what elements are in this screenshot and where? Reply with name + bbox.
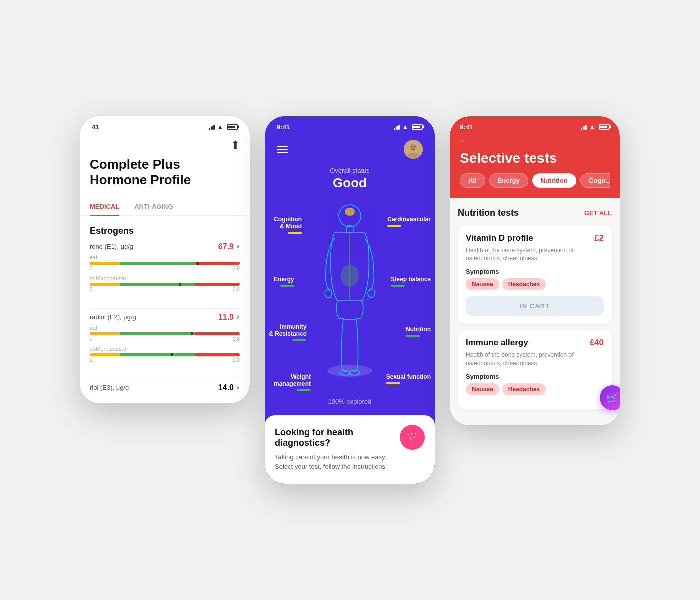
- phone1-tabs: MEDICAL ANTI-AGING: [80, 198, 250, 216]
- estrogens-section: Estrogens: [80, 226, 250, 242]
- range-label-e2-post: st-Menopausal: [90, 346, 240, 352]
- label-immunity[interactable]: Immunity& Resistance: [269, 324, 306, 342]
- chevron-icon: ∨: [236, 244, 240, 250]
- signal-bars-icon-3: [581, 124, 587, 130]
- wifi-icon-3: ▲: [590, 124, 596, 130]
- chevron-icon-e3: ∨: [236, 384, 240, 391]
- label-weight[interactable]: Weightmanagement: [274, 374, 311, 392]
- phone1-status-bar: 41 ▲: [80, 116, 250, 135]
- test-desc-vitamin-d: Health of the bone system, prevention of…: [466, 246, 604, 264]
- symptoms-label-2: Symptoms: [466, 373, 604, 380]
- range-marker-e2: [191, 332, 193, 336]
- divider-2: [90, 379, 240, 380]
- phone2-status-bar: 9:41 ▲: [265, 116, 435, 135]
- symptom-nausea-1[interactable]: Nausea: [466, 278, 500, 290]
- range-marker-post: [179, 283, 181, 286]
- hormone-name-e2: radiol (E2), μg/g: [90, 314, 136, 321]
- label-sexual[interactable]: Sexual function: [386, 374, 431, 384]
- hormone-item-e3: riol (E3), μg/g 14.0 ∨: [80, 384, 250, 404]
- hormone-label-e2: radiol (E2), μg/g 11.9 ∨: [90, 313, 240, 322]
- symptom-nausea-2[interactable]: Nausea: [466, 384, 500, 396]
- phone-1: 41 ▲ ⬆ Complete Plus Hormone Profile MED: [80, 116, 250, 404]
- label-sleep[interactable]: Sleep balance: [391, 276, 431, 287]
- hormone-value-e3[interactable]: 14.0 ∨: [218, 384, 240, 392]
- test-price-vitamin-d: £2: [594, 234, 604, 244]
- range-bar-post: [90, 283, 240, 286]
- signal-bars-icon: [209, 124, 215, 130]
- phone2-time: 9:41: [277, 124, 290, 131]
- test-card-vitamin-d: Vitamin D profile £2 Health of the bone …: [458, 226, 612, 324]
- hormone-value-e2[interactable]: 11.9 ∨: [218, 313, 240, 322]
- label-cognition[interactable]: Cognition& Mood: [274, 216, 302, 234]
- filter-all[interactable]: All: [460, 174, 486, 188]
- battery-icon-2: [412, 124, 423, 130]
- filter-cognition[interactable]: Cogn...: [580, 174, 610, 188]
- range-label-ideal: eal: [90, 254, 240, 260]
- nutrition-section-header: Nutrition tests GET ALL: [458, 208, 612, 218]
- avatar-image: [404, 140, 423, 159]
- dot-energy: [280, 285, 294, 287]
- tab-anti-aging[interactable]: ANTI-AGING: [134, 198, 173, 216]
- chevron-icon-e2: ∨: [236, 314, 240, 320]
- range-marker: [197, 262, 199, 265]
- overall-value: Good: [265, 176, 435, 191]
- range-bar-ideal: [90, 262, 240, 265]
- in-cart-button-1[interactable]: IN CART: [466, 296, 604, 316]
- share-icon[interactable]: ⬆: [231, 139, 240, 152]
- range-bar-e2-post: st-Menopausal 0 2.8: [90, 346, 240, 363]
- range-bar-e2-ideal: eal 0 2.8: [90, 325, 240, 342]
- back-button[interactable]: ←: [460, 135, 610, 146]
- battery-icon: [227, 124, 238, 130]
- test-desc-immune-allergy: Health of the bone system, prevention of…: [466, 351, 604, 368]
- dot-cognition: [288, 232, 302, 234]
- svg-point-3: [412, 146, 413, 148]
- body-figure: [320, 201, 380, 388]
- hormone-value-e1[interactable]: 67.9 ∨: [218, 242, 240, 252]
- test-card-immune-allergy: Immune allergy £40 Health of the bone sy…: [458, 330, 612, 410]
- test-card-header-1: Vitamin D profile £2: [466, 234, 604, 244]
- phone3-body: Nutrition tests GET ALL Vitamin D profil…: [450, 198, 620, 426]
- phone3-signal: ▲: [581, 124, 610, 130]
- test-title: Complete Plus Hormone Profile: [90, 157, 240, 188]
- range-minmax-e2-post: 0 2.8: [90, 358, 240, 363]
- body-area: Cognition& Mood Energy Immunity& Resista…: [265, 196, 435, 396]
- svg-point-5: [328, 365, 372, 377]
- svg-point-4: [414, 146, 416, 148]
- phone2-content: 9:41 ▲: [265, 116, 435, 484]
- test-name-vitamin-d: Vitamin D profile: [466, 234, 534, 244]
- filter-energy[interactable]: Energy: [490, 174, 528, 188]
- test-card-header-2: Immune allergy £40: [466, 338, 604, 348]
- wifi-icon: ▲: [218, 124, 224, 130]
- card-desc: Taking care of your health is now easy. …: [275, 452, 425, 472]
- favorite-button[interactable]: ♡: [400, 425, 425, 450]
- range-label-e2-ideal: eal: [90, 325, 240, 331]
- get-all-button[interactable]: GET ALL: [584, 210, 612, 217]
- filter-nutrition[interactable]: Nutrition: [532, 174, 576, 188]
- test-name-immune-allergy: Immune allergy: [466, 338, 528, 348]
- phone1-time: 41: [92, 124, 99, 131]
- phone1-toolbar: ⬆: [80, 135, 250, 157]
- dot-cardiovascular: [388, 225, 402, 227]
- phones-container: 41 ▲ ⬆ Complete Plus Hormone Profile MED: [25, 116, 675, 484]
- body-svg: [320, 201, 380, 386]
- cart-fab-button[interactable]: 🛒: [600, 386, 620, 410]
- range-minmax-post: 0 2.8: [90, 287, 240, 292]
- menu-icon[interactable]: [277, 146, 288, 153]
- phone1-title-block: Complete Plus Hormone Profile: [80, 157, 250, 198]
- label-nutrition[interactable]: Nutrition: [406, 326, 431, 337]
- phone3-status-bar: 9:41 ▲: [460, 116, 610, 135]
- range-bar-e2: [90, 332, 240, 336]
- symptom-headaches-2[interactable]: Headaches: [502, 384, 546, 396]
- svg-point-11: [325, 289, 332, 298]
- label-cardiovascular[interactable]: Cardiovascular: [388, 216, 431, 227]
- dot-sleep: [391, 285, 405, 287]
- range-minmax-e2: 0 2.8: [90, 336, 240, 342]
- phone3-header: 9:41 ▲ ← Selective tests All Energy Nutr…: [450, 116, 620, 198]
- explored-percentage: 100% explored: [265, 396, 435, 414]
- avatar[interactable]: [404, 140, 423, 159]
- label-energy[interactable]: Energy: [274, 276, 294, 287]
- nutrition-section-title: Nutrition tests: [458, 208, 519, 218]
- tab-medical[interactable]: MEDICAL: [90, 198, 120, 216]
- wifi-icon-2: ▲: [402, 124, 408, 130]
- symptom-headaches-1[interactable]: Headaches: [502, 278, 546, 290]
